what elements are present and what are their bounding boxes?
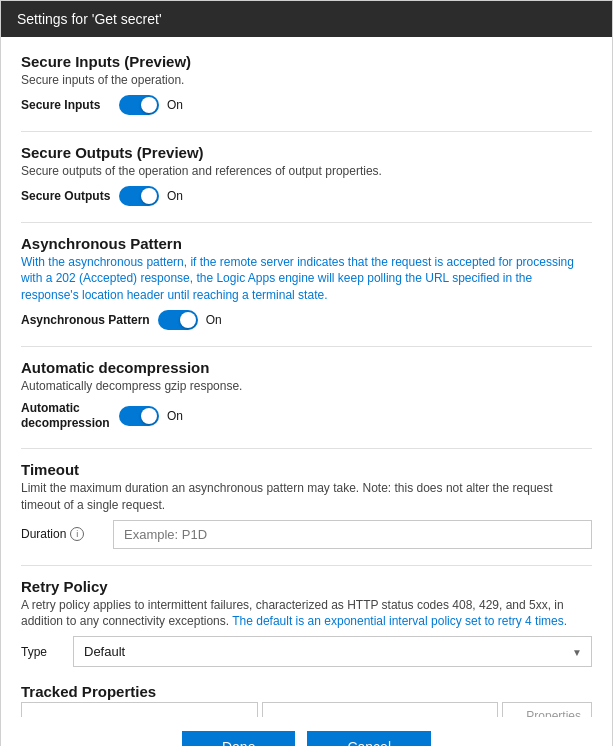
tracked-col2-input[interactable] — [262, 702, 499, 717]
auto-decompress-desc: Automatically decompress gzip response. — [21, 378, 592, 395]
async-pattern-toggle-row: Asynchronous Pattern On — [21, 310, 592, 330]
secure-inputs-title: Secure Inputs (Preview) — [21, 53, 592, 70]
retry-policy-section: Retry Policy A retry policy applies to i… — [21, 578, 592, 668]
retry-policy-desc: A retry policy applies to intermittent f… — [21, 597, 592, 631]
tracked-properties-section: Tracked Properties Properties — [21, 683, 592, 717]
secure-inputs-label: Secure Inputs — [21, 98, 111, 112]
retry-type-select[interactable]: Default None Fixed count Exponential int… — [73, 636, 592, 667]
tracked-col1-input[interactable] — [21, 702, 258, 717]
retry-desc-blue: The default is an exponential interval p… — [229, 614, 567, 628]
auto-decompress-label: Automatic decompression — [21, 401, 111, 432]
dialog-footer: Done Cancel — [1, 717, 612, 746]
duration-label: Duration i — [21, 527, 101, 541]
auto-decompress-toggle-row: Automatic decompression On — [21, 401, 592, 432]
secure-inputs-section: Secure Inputs (Preview) Secure inputs of… — [21, 53, 592, 115]
async-pattern-label: Asynchronous Pattern — [21, 313, 150, 327]
async-pattern-desc-blue: With the asynchronous pattern, if the re… — [21, 255, 574, 303]
secure-inputs-desc: Secure inputs of the operation. — [21, 72, 592, 89]
dialog-body: Secure Inputs (Preview) Secure inputs of… — [1, 37, 612, 717]
duration-input[interactable] — [113, 520, 592, 549]
async-pattern-section: Asynchronous Pattern With the asynchrono… — [21, 235, 592, 330]
retry-type-label: Type — [21, 645, 61, 659]
secure-outputs-on-label: On — [167, 189, 183, 203]
auto-decompress-toggle[interactable] — [119, 406, 159, 426]
timeout-section: Timeout Limit the maximum duration an as… — [21, 461, 592, 549]
duration-info-icon[interactable]: i — [70, 527, 84, 541]
secure-outputs-toggle[interactable] — [119, 186, 159, 206]
auto-decompress-title: Automatic decompression — [21, 359, 592, 376]
tracked-properties-title: Tracked Properties — [21, 683, 592, 700]
auto-decompress-section: Automatic decompression Automatically de… — [21, 359, 592, 432]
timeout-desc: Limit the maximum duration an asynchrono… — [21, 480, 592, 514]
settings-dialog: Settings for 'Get secret' Secure Inputs … — [0, 0, 613, 746]
retry-policy-title: Retry Policy — [21, 578, 592, 595]
retry-type-row: Type Default None Fixed count Exponentia… — [21, 636, 592, 667]
secure-outputs-desc: Secure outputs of the operation and refe… — [21, 163, 592, 180]
tracked-properties-row: Properties — [21, 702, 592, 717]
auto-decompress-on-label: On — [167, 409, 183, 423]
async-pattern-desc: With the asynchronous pattern, if the re… — [21, 254, 592, 304]
secure-outputs-label: Secure Outputs — [21, 189, 111, 203]
retry-type-wrapper: Default None Fixed count Exponential int… — [73, 636, 592, 667]
secure-inputs-on-label: On — [167, 98, 183, 112]
secure-outputs-toggle-row: Secure Outputs On — [21, 186, 592, 206]
cancel-button[interactable]: Cancel — [307, 731, 431, 746]
async-pattern-toggle[interactable] — [158, 310, 198, 330]
secure-outputs-title: Secure Outputs (Preview) — [21, 144, 592, 161]
tracked-col3-label: Properties — [502, 702, 592, 717]
timeout-field-row: Duration i — [21, 520, 592, 549]
done-button[interactable]: Done — [182, 731, 295, 746]
async-pattern-title: Asynchronous Pattern — [21, 235, 592, 252]
dialog-title: Settings for 'Get secret' — [17, 11, 162, 27]
secure-outputs-section: Secure Outputs (Preview) Secure outputs … — [21, 144, 592, 206]
secure-inputs-toggle[interactable] — [119, 95, 159, 115]
timeout-title: Timeout — [21, 461, 592, 478]
secure-inputs-toggle-row: Secure Inputs On — [21, 95, 592, 115]
async-pattern-on-label: On — [206, 313, 222, 327]
dialog-header: Settings for 'Get secret' — [1, 1, 612, 37]
